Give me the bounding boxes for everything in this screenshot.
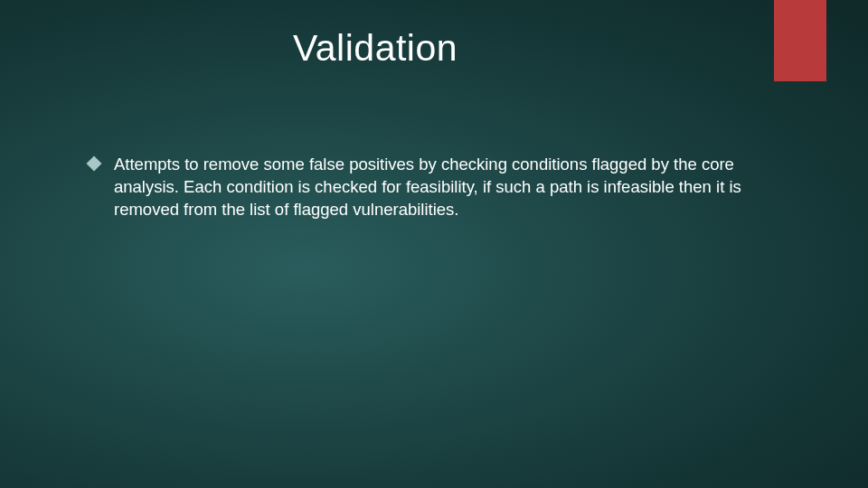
list-item: Attempts to remove some false positives … <box>89 154 778 221</box>
diamond-bullet-icon <box>87 156 102 172</box>
slide-title: Validation <box>293 27 458 70</box>
bullet-text: Attempts to remove some false positives … <box>114 154 778 221</box>
accent-bar <box>774 0 826 81</box>
bullet-list: Attempts to remove some false positives … <box>89 154 778 221</box>
